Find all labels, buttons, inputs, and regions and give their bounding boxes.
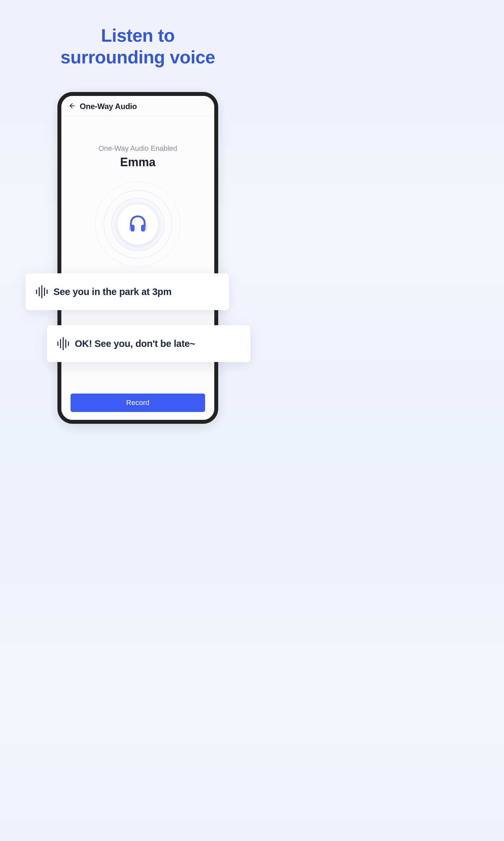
record-button[interactable]: Record: [71, 394, 205, 412]
svg-rect-2: [129, 226, 130, 230]
phone-screen: One-Way Audio One-Way Audio Enabled Emma: [61, 96, 214, 420]
transcript-text: See you in the park at 3pm: [53, 287, 172, 297]
svg-rect-0: [131, 225, 135, 231]
back-arrow-icon[interactable]: [68, 102, 75, 111]
svg-rect-1: [141, 225, 145, 231]
headphones-icon: [126, 212, 149, 237]
transcript-bubble: OK! See you, don't be late~: [47, 325, 250, 362]
audio-visualizer: [95, 182, 180, 267]
sound-wave-icon: [36, 285, 48, 298]
main-content: One-Way Audio Enabled Emma: [61, 116, 214, 267]
status-text: One-Way Audio Enabled: [61, 144, 214, 153]
app-header: One-Way Audio: [61, 96, 214, 116]
audio-disc: [118, 204, 158, 245]
hero-title-line2: surrounding voice: [0, 46, 276, 68]
hero-title: Listen to surrounding voice: [0, 0, 276, 68]
phone-frame: One-Way Audio One-Way Audio Enabled Emma: [57, 92, 218, 424]
page-title: One-Way Audio: [80, 102, 137, 111]
target-name: Emma: [61, 155, 214, 169]
hero-title-line1: Listen to: [0, 24, 276, 46]
svg-rect-3: [145, 226, 146, 230]
transcript-bubble: See you in the park at 3pm: [25, 273, 229, 310]
transcript-text: OK! See you, don't be late~: [75, 338, 195, 349]
sound-wave-icon: [57, 337, 69, 350]
